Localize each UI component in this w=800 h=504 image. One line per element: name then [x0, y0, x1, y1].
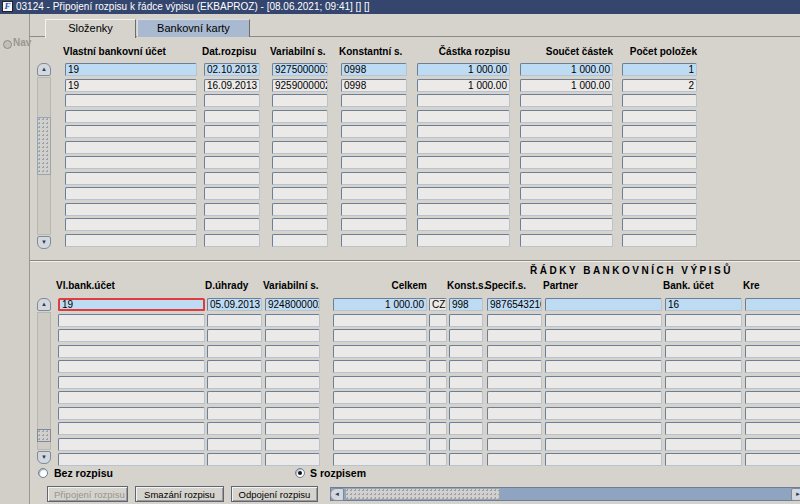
- lower_table-cell[interactable]: [487, 329, 542, 342]
- radio-bez-rozpisu[interactable]: [38, 468, 48, 478]
- lower_table-cell[interactable]: [333, 314, 427, 327]
- lower_table-cell[interactable]: [545, 376, 662, 389]
- lower_table-cell[interactable]: [207, 376, 262, 389]
- upper_table-cell[interactable]: [65, 187, 197, 200]
- lower_table-cell[interactable]: [745, 407, 800, 420]
- lower_table-cell[interactable]: [207, 360, 262, 373]
- upper_table-cell[interactable]: [272, 172, 328, 185]
- upper_table-cell[interactable]: [65, 156, 197, 169]
- upper_table-cell[interactable]: [272, 141, 328, 154]
- lower_table-cell[interactable]: [545, 391, 662, 404]
- upper_table-cell[interactable]: [204, 125, 260, 138]
- lower_table-cell[interactable]: [265, 360, 320, 373]
- lower-scroll-down-icon[interactable]: ▼: [37, 451, 51, 464]
- lower_table-cell[interactable]: [449, 422, 483, 435]
- upper_table-cell[interactable]: 16.09.2013: [204, 79, 260, 92]
- upper_table-cell[interactable]: [520, 187, 613, 200]
- lower_table-cell[interactable]: [545, 422, 662, 435]
- hscroll-right-icon[interactable]: ►: [791, 488, 800, 501]
- upper_table-cell[interactable]: [341, 125, 407, 138]
- lower_table-cell[interactable]: [487, 345, 542, 358]
- upper_table-cell[interactable]: [520, 203, 613, 216]
- radio-s-rozpisem[interactable]: [295, 468, 305, 478]
- lower_table-cell[interactable]: [207, 438, 262, 451]
- upper_table-cell[interactable]: [204, 234, 260, 247]
- lower_table-cell[interactable]: [449, 345, 483, 358]
- upper_table-cell[interactable]: 1: [622, 63, 697, 76]
- upper_table-cell[interactable]: 02.10.2013: [204, 63, 260, 76]
- lower_table-cell[interactable]: [745, 438, 800, 451]
- upper_table-cell[interactable]: [204, 172, 260, 185]
- upper_table-cell[interactable]: [622, 218, 697, 231]
- lower_table-cell[interactable]: [745, 345, 800, 358]
- upper_table-cell[interactable]: [65, 125, 197, 138]
- lower_table-cell[interactable]: [487, 376, 542, 389]
- lower_table-cell[interactable]: 998: [449, 298, 483, 311]
- upper_table-cell[interactable]: [520, 94, 613, 107]
- lower_table-cell[interactable]: [265, 314, 320, 327]
- upper_table-cell[interactable]: [417, 125, 510, 138]
- lower_table-cell[interactable]: [207, 345, 262, 358]
- odpojeni-rozpisu-button[interactable]: Odpojení rozpisu: [231, 486, 318, 502]
- smazani-rozpisu-button[interactable]: Smazání rozpisu: [135, 486, 224, 502]
- upper_table-cell[interactable]: [417, 141, 510, 154]
- hscroll-left-icon[interactable]: ◄: [330, 488, 344, 501]
- lower_table-cell[interactable]: [745, 360, 800, 373]
- lower_table-cell[interactable]: [207, 314, 262, 327]
- lower_table-cell[interactable]: [58, 407, 205, 420]
- upper-scroll-down-icon[interactable]: ▼: [37, 236, 51, 249]
- upper_table-cell[interactable]: [272, 218, 328, 231]
- upper_table-cell[interactable]: [341, 110, 407, 123]
- lower_table-cell[interactable]: [58, 360, 205, 373]
- upper_table-cell[interactable]: [272, 125, 328, 138]
- upper_table-cell[interactable]: [204, 110, 260, 123]
- lower-scroll-grip[interactable]: [37, 429, 51, 442]
- lower_table-cell[interactable]: [545, 314, 662, 327]
- lower_table-cell[interactable]: [429, 391, 447, 404]
- lower_table-cell[interactable]: [545, 298, 662, 311]
- upper_table-cell[interactable]: [204, 156, 260, 169]
- upper_table-cell[interactable]: [204, 141, 260, 154]
- upper_table-cell[interactable]: [341, 187, 407, 200]
- lower_table-cell[interactable]: [745, 314, 800, 327]
- lower_table-cell[interactable]: 1 000.00: [333, 298, 427, 311]
- lower_table-cell[interactable]: [665, 438, 742, 451]
- upper_table-cell[interactable]: [272, 94, 328, 107]
- lower_table-cell[interactable]: [545, 329, 662, 342]
- lower_table-cell[interactable]: [58, 422, 205, 435]
- lower_table-cell[interactable]: [665, 407, 742, 420]
- upper_table-cell[interactable]: [204, 203, 260, 216]
- lower_table-cell[interactable]: [333, 345, 427, 358]
- upper_table-cell[interactable]: 19: [65, 79, 197, 92]
- upper_table-cell[interactable]: 1 000.00: [520, 79, 613, 92]
- lower_table-cell[interactable]: [333, 376, 427, 389]
- upper_table-cell[interactable]: 9275000001: [272, 63, 328, 76]
- lower_table-cell[interactable]: [745, 391, 800, 404]
- lower_table-cell[interactable]: [429, 407, 447, 420]
- lower_table-cell[interactable]: [487, 360, 542, 373]
- upper_table-cell[interactable]: [622, 203, 697, 216]
- lower_table-cell[interactable]: [745, 376, 800, 389]
- lower_table-cell[interactable]: [58, 314, 205, 327]
- tab-slozenky[interactable]: Složenky: [45, 19, 136, 38]
- upper_table-cell[interactable]: 1 000.00: [417, 79, 510, 92]
- lower_table-cell[interactable]: [545, 345, 662, 358]
- lower-scroll-up-icon[interactable]: ▲: [37, 298, 51, 311]
- lower_table-cell[interactable]: [449, 360, 483, 373]
- upper_table-cell[interactable]: [622, 125, 697, 138]
- lower_table-cell[interactable]: [265, 438, 320, 451]
- upper_table-cell[interactable]: [622, 141, 697, 154]
- lower_table-cell[interactable]: [545, 438, 662, 451]
- lower_table-cell[interactable]: [545, 360, 662, 373]
- tab-bankovni-karty[interactable]: Bankovní karty: [137, 19, 250, 37]
- upper_table-cell[interactable]: [65, 141, 197, 154]
- lower_table-cell[interactable]: [449, 407, 483, 420]
- upper_table-cell[interactable]: [520, 234, 613, 247]
- upper_table-cell[interactable]: [272, 110, 328, 123]
- lower_table-cell[interactable]: [665, 360, 742, 373]
- lower_table-cell[interactable]: [487, 438, 542, 451]
- lower_table-cell[interactable]: [265, 329, 320, 342]
- lower_table-cell[interactable]: [429, 314, 447, 327]
- lower_table-cell[interactable]: [429, 438, 447, 451]
- lower_table-cell[interactable]: [58, 329, 205, 342]
